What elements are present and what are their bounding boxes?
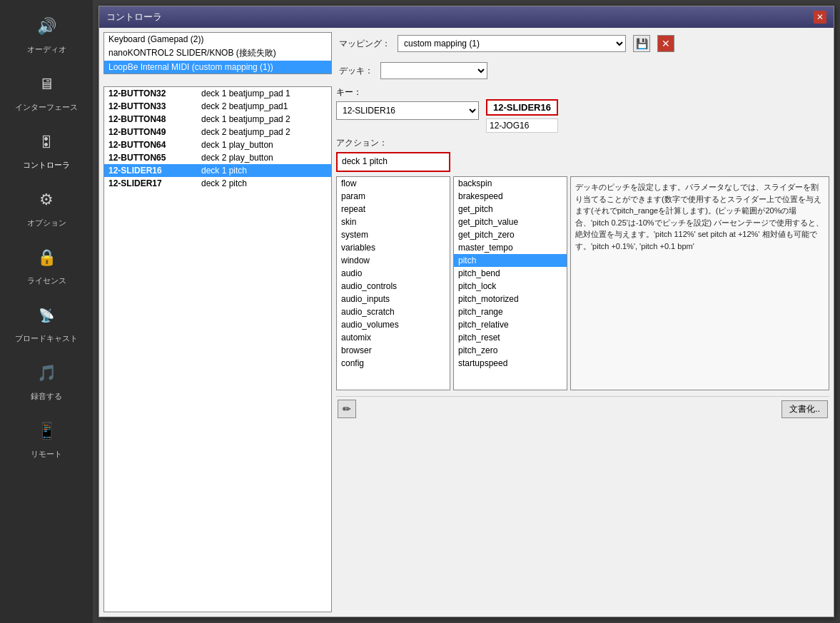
act-get-pitch-value[interactable]: get_pitch_value	[454, 216, 567, 228]
description-box: デッキのピッチを設定します。パラメータなしでは、スライダーを割り当てることができ…	[570, 176, 829, 390]
act-pitch-lock[interactable]: pitch_lock	[454, 280, 567, 293]
right-panel: キー： 12-SLIDER16 12-SLIDER17 12-JOG16 12-…	[336, 86, 829, 612]
act-startupspeed[interactable]: startupspeed	[454, 357, 567, 370]
dialog-title: コントローラ	[106, 11, 162, 24]
cat-param[interactable]: param	[337, 190, 450, 203]
act-master-tempo[interactable]: master_tempo	[454, 241, 567, 254]
cat-skin[interactable]: skin	[337, 216, 450, 228]
sidebar-item-audio[interactable]: 🔊 オーディオ	[7, 6, 86, 61]
sidebar-item-broadcast[interactable]: 📡 ブロードキャスト	[7, 295, 86, 350]
deck-label: デッキ：	[339, 65, 373, 77]
sidebar-item-controller[interactable]: 🎛 コントローラ	[7, 121, 86, 176]
deck-select[interactable]: Deck 1 Deck 2	[380, 62, 487, 79]
device-keyboard-label: Keyboard (Gamepad (2))	[108, 34, 203, 44]
action-label: アクション：	[336, 137, 829, 149]
device-loopbe-label: LoopBe Internal MIDI (custom mapping (1)…	[108, 62, 273, 72]
cat-audio-volumes[interactable]: audio_volumes	[337, 318, 450, 331]
remote-icon: 📱	[31, 416, 61, 446]
record-icon: 🎵	[31, 358, 61, 388]
audio-icon: 🔊	[31, 11, 61, 41]
mapping-item-6[interactable]: 12-SLIDER16 deck 1 pitch	[104, 164, 331, 177]
act-pitch-range[interactable]: pitch_range	[454, 305, 567, 318]
pencil-button[interactable]: ✏	[338, 400, 356, 418]
mapping-label: マッピング：	[339, 38, 390, 50]
sidebar-item-remote-label: リモート	[31, 449, 62, 460]
action-value[interactable]: deck 1 pitch	[336, 152, 450, 172]
mapping-item-4[interactable]: 12-BUTTON64 deck 1 play_button	[104, 138, 331, 151]
mapping-item-3[interactable]: 12-BUTTON49 deck 2 beatjump_pad 2	[104, 126, 331, 138]
doc-button[interactable]: 文書化..	[781, 400, 828, 418]
options-icon: ⚙	[31, 185, 61, 215]
mapping-item-0[interactable]: 12-BUTTON32 deck 1 beatjump_pad 1	[104, 87, 331, 100]
cat-automix[interactable]: automix	[337, 331, 450, 344]
sidebar-item-record[interactable]: 🎵 録音する	[7, 353, 86, 407]
cat-config[interactable]: config	[337, 357, 450, 370]
cat-flow[interactable]: flow	[337, 177, 450, 190]
dialog-titlebar: コントローラ ✕	[99, 6, 834, 28]
act-pitch-zero[interactable]: pitch_zero	[454, 344, 567, 357]
cat-variables[interactable]: variables	[337, 241, 450, 254]
cat-repeat[interactable]: repeat	[337, 203, 450, 216]
bottom-area: flow param repeat skin system variables …	[336, 176, 829, 390]
mapping-bar: マッピング： custom mapping (1) custom mapping…	[338, 32, 676, 55]
dialog-close-button[interactable]: ✕	[814, 11, 826, 24]
sidebar-item-record-label: 録音する	[31, 391, 62, 402]
device-keyboard[interactable]: Keyboard (Gamepad (2))	[104, 33, 331, 46]
act-pitch-bend[interactable]: pitch_bend	[454, 267, 567, 280]
mapping-select[interactable]: custom mapping (1) custom mapping (2)	[398, 35, 626, 52]
cat-browser[interactable]: browser	[337, 344, 450, 357]
mapping-item-2[interactable]: 12-BUTTON48 deck 1 beatjump_pad 2	[104, 113, 331, 126]
bottom-toolbar: ✏ 文書化..	[336, 396, 829, 421]
dialog-body: Keyboard (Gamepad (2)) nanoKONTROL2 SLID…	[99, 28, 834, 617]
device-nanokontrol[interactable]: nanoKONTROL2 SLIDER/KNOB (接続失敗)	[104, 46, 331, 61]
mapping-item-1[interactable]: 12-BUTTON33 deck 2 beatjump_pad1	[104, 100, 331, 113]
sidebar-item-audio-label: オーディオ	[27, 44, 66, 55]
controller-icon: 🎛	[31, 127, 61, 157]
sidebar-item-broadcast-label: ブロードキャスト	[15, 333, 78, 344]
key-highlight-slider16: 12-SLIDER16	[486, 99, 558, 116]
act-pitch-relative[interactable]: pitch_relative	[454, 318, 567, 331]
cat-audio-inputs[interactable]: audio_inputs	[337, 293, 450, 305]
act-backspin[interactable]: backspin	[454, 177, 567, 190]
sidebar-item-interface-label: インターフェース	[15, 102, 78, 113]
act-brakespeed[interactable]: brakespeed	[454, 190, 567, 203]
act-get-pitch-zero[interactable]: get_pitch_zero	[454, 228, 567, 241]
act-pitch[interactable]: pitch	[454, 254, 567, 267]
key-label: キー：	[336, 86, 479, 98]
controller-dialog: コントローラ ✕ Keyboard (Gamepad (2)) nanoKONT…	[98, 6, 834, 617]
mapping-item-5[interactable]: 12-BUTTON65 deck 2 play_button	[104, 151, 331, 164]
broadcast-icon: 📡	[31, 300, 61, 330]
act-get-pitch[interactable]: get_pitch	[454, 203, 567, 216]
action-list: backspin brakespeed get_pitch get_pitch_…	[453, 176, 567, 390]
license-icon: 🔒	[31, 243, 61, 273]
category-list: flow param repeat skin system variables …	[336, 176, 450, 390]
key-dropdown[interactable]: 12-SLIDER16 12-SLIDER17 12-JOG16	[336, 101, 479, 120]
sidebar-item-interface[interactable]: 🖥 インターフェース	[7, 64, 86, 118]
mapping-item-7[interactable]: 12-SLIDER17 deck 2 pitch	[104, 177, 331, 190]
sidebar-item-license-label: ライセンス	[27, 275, 66, 286]
deck-bar: デッキ： Deck 1 Deck 2	[338, 59, 676, 82]
content-area: 12-BUTTON32 deck 1 beatjump_pad 1 12-BUT…	[103, 86, 829, 612]
sidebar-item-controller-label: コントローラ	[23, 160, 70, 171]
action-section: アクション： deck 1 pitch	[336, 137, 829, 172]
device-nanokontrol-label: nanoKONTROL2 SLIDER/KNOB (接続失敗)	[108, 47, 276, 59]
sidebar: 🔊 オーディオ 🖥 インターフェース 🎛 コントローラ ⚙ オプション 🔒 ライ…	[0, 0, 93, 623]
cat-audio-controls[interactable]: audio_controls	[337, 280, 450, 293]
delete-mapping-button[interactable]: ✕	[657, 35, 674, 52]
save-mapping-button[interactable]: 💾	[633, 35, 650, 52]
key-jog16: 12-JOG16	[486, 118, 558, 133]
interface-icon: 🖥	[31, 69, 61, 99]
cat-audio-scratch[interactable]: audio_scratch	[337, 305, 450, 318]
sidebar-item-remote[interactable]: 📱 リモート	[7, 410, 86, 465]
cat-audio[interactable]: audio	[337, 267, 450, 280]
sidebar-item-options[interactable]: ⚙ オプション	[7, 179, 86, 234]
sidebar-item-license[interactable]: 🔒 ライセンス	[7, 237, 86, 292]
description-text: デッキのピッチを設定します。パラメータなしでは、スライダーを割り当てることができ…	[575, 183, 824, 250]
device-loopbe[interactable]: LoopBe Internal MIDI (custom mapping (1)…	[104, 61, 331, 74]
cat-system[interactable]: system	[337, 228, 450, 241]
mapping-list: 12-BUTTON32 deck 1 beatjump_pad 1 12-BUT…	[103, 86, 332, 612]
act-pitch-motorized[interactable]: pitch_motorized	[454, 293, 567, 305]
cat-window[interactable]: window	[337, 254, 450, 267]
sidebar-item-options-label: オプション	[27, 218, 66, 228]
act-pitch-reset[interactable]: pitch_reset	[454, 331, 567, 344]
